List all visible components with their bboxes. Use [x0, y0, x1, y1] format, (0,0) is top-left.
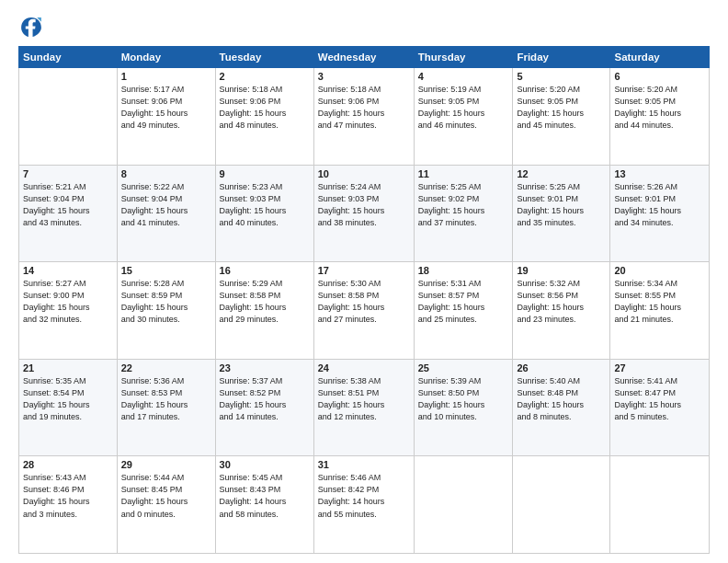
- day-cell: 25Sunrise: 5:39 AM Sunset: 8:50 PM Dayli…: [414, 359, 513, 456]
- day-cell: [513, 456, 610, 554]
- day-cell: 2Sunrise: 5:18 AM Sunset: 9:06 PM Daylig…: [215, 68, 313, 166]
- day-info: Sunrise: 5:23 AM Sunset: 9:03 PM Dayligh…: [220, 181, 310, 229]
- day-info: Sunrise: 5:18 AM Sunset: 9:06 PM Dayligh…: [220, 84, 310, 132]
- day-number: 26: [517, 362, 606, 373]
- calendar-page: SundayMondayTuesdayWednesdayThursdayFrid…: [0, 0, 728, 563]
- day-number: 7: [23, 168, 113, 179]
- header-row: SundayMondayTuesdayWednesdayThursdayFrid…: [19, 47, 710, 68]
- day-cell: 30Sunrise: 5:45 AM Sunset: 8:43 PM Dayli…: [215, 456, 313, 554]
- week-row-5: 28Sunrise: 5:43 AM Sunset: 8:46 PM Dayli…: [19, 456, 710, 554]
- day-number: 28: [23, 459, 113, 470]
- day-info: Sunrise: 5:25 AM Sunset: 9:02 PM Dayligh…: [418, 181, 509, 229]
- day-cell: 8Sunrise: 5:22 AM Sunset: 9:04 PM Daylig…: [117, 165, 215, 262]
- day-info: Sunrise: 5:34 AM Sunset: 8:55 PM Dayligh…: [614, 278, 705, 326]
- day-number: 31: [318, 459, 410, 470]
- day-info: Sunrise: 5:30 AM Sunset: 8:58 PM Dayligh…: [318, 278, 410, 326]
- calendar-table: SundayMondayTuesdayWednesdayThursdayFrid…: [18, 46, 710, 554]
- day-cell: 10Sunrise: 5:24 AM Sunset: 9:03 PM Dayli…: [313, 165, 414, 262]
- day-cell: [610, 456, 710, 554]
- day-cell: 11Sunrise: 5:25 AM Sunset: 9:02 PM Dayli…: [414, 165, 513, 262]
- day-number: 20: [614, 265, 705, 276]
- day-info: Sunrise: 5:19 AM Sunset: 9:05 PM Dayligh…: [418, 84, 509, 132]
- day-number: 24: [318, 362, 410, 373]
- day-number: 15: [121, 265, 211, 276]
- header-cell-saturday: Saturday: [610, 47, 710, 68]
- week-row-3: 14Sunrise: 5:27 AM Sunset: 9:00 PM Dayli…: [19, 262, 710, 360]
- day-number: 17: [318, 265, 410, 276]
- day-number: 3: [318, 71, 410, 82]
- day-number: 5: [517, 71, 606, 82]
- day-info: Sunrise: 5:31 AM Sunset: 8:57 PM Dayligh…: [418, 278, 509, 326]
- day-cell: [19, 68, 118, 166]
- day-info: Sunrise: 5:45 AM Sunset: 8:43 PM Dayligh…: [220, 472, 310, 520]
- day-info: Sunrise: 5:38 AM Sunset: 8:51 PM Dayligh…: [318, 375, 410, 423]
- day-cell: 9Sunrise: 5:23 AM Sunset: 9:03 PM Daylig…: [215, 165, 313, 262]
- day-cell: 22Sunrise: 5:36 AM Sunset: 8:53 PM Dayli…: [117, 359, 215, 456]
- day-cell: 31Sunrise: 5:46 AM Sunset: 8:42 PM Dayli…: [313, 456, 414, 554]
- day-cell: 3Sunrise: 5:18 AM Sunset: 9:06 PM Daylig…: [313, 68, 414, 166]
- day-cell: 14Sunrise: 5:27 AM Sunset: 9:00 PM Dayli…: [19, 262, 118, 360]
- day-info: Sunrise: 5:46 AM Sunset: 8:42 PM Dayligh…: [318, 472, 410, 520]
- day-number: 30: [220, 459, 310, 470]
- day-info: Sunrise: 5:41 AM Sunset: 8:47 PM Dayligh…: [614, 375, 705, 423]
- day-cell: 5Sunrise: 5:20 AM Sunset: 9:05 PM Daylig…: [513, 68, 610, 166]
- header-cell-thursday: Thursday: [414, 47, 513, 68]
- day-cell: 24Sunrise: 5:38 AM Sunset: 8:51 PM Dayli…: [313, 359, 414, 456]
- day-number: 12: [517, 168, 606, 179]
- day-cell: 12Sunrise: 5:25 AM Sunset: 9:01 PM Dayli…: [513, 165, 610, 262]
- day-cell: 4Sunrise: 5:19 AM Sunset: 9:05 PM Daylig…: [414, 68, 513, 166]
- day-number: 18: [418, 265, 509, 276]
- day-info: Sunrise: 5:18 AM Sunset: 9:06 PM Dayligh…: [318, 84, 410, 132]
- day-cell: 21Sunrise: 5:35 AM Sunset: 8:54 PM Dayli…: [19, 359, 118, 456]
- day-cell: 13Sunrise: 5:26 AM Sunset: 9:01 PM Dayli…: [610, 165, 710, 262]
- day-number: 14: [23, 265, 113, 276]
- day-number: 8: [121, 168, 211, 179]
- day-cell: 26Sunrise: 5:40 AM Sunset: 8:48 PM Dayli…: [513, 359, 610, 456]
- day-number: 13: [614, 168, 705, 179]
- day-cell: 6Sunrise: 5:20 AM Sunset: 9:05 PM Daylig…: [610, 68, 710, 166]
- day-cell: 1Sunrise: 5:17 AM Sunset: 9:06 PM Daylig…: [117, 68, 215, 166]
- day-number: 1: [121, 71, 211, 82]
- day-info: Sunrise: 5:29 AM Sunset: 8:58 PM Dayligh…: [220, 278, 310, 326]
- day-cell: 29Sunrise: 5:44 AM Sunset: 8:45 PM Dayli…: [117, 456, 215, 554]
- day-cell: [414, 456, 513, 554]
- header-cell-wednesday: Wednesday: [313, 47, 414, 68]
- day-info: Sunrise: 5:26 AM Sunset: 9:01 PM Dayligh…: [614, 181, 705, 229]
- week-row-2: 7Sunrise: 5:21 AM Sunset: 9:04 PM Daylig…: [19, 165, 710, 262]
- day-info: Sunrise: 5:32 AM Sunset: 8:56 PM Dayligh…: [517, 278, 606, 326]
- day-cell: 18Sunrise: 5:31 AM Sunset: 8:57 PM Dayli…: [414, 262, 513, 360]
- day-cell: 28Sunrise: 5:43 AM Sunset: 8:46 PM Dayli…: [19, 456, 118, 554]
- header-cell-friday: Friday: [513, 47, 610, 68]
- day-info: Sunrise: 5:40 AM Sunset: 8:48 PM Dayligh…: [517, 375, 606, 423]
- day-number: 16: [220, 265, 310, 276]
- day-info: Sunrise: 5:28 AM Sunset: 8:59 PM Dayligh…: [121, 278, 211, 326]
- header-cell-tuesday: Tuesday: [215, 47, 313, 68]
- day-cell: 17Sunrise: 5:30 AM Sunset: 8:58 PM Dayli…: [313, 262, 414, 360]
- day-cell: 15Sunrise: 5:28 AM Sunset: 8:59 PM Dayli…: [117, 262, 215, 360]
- header-cell-monday: Monday: [117, 47, 215, 68]
- day-info: Sunrise: 5:20 AM Sunset: 9:05 PM Dayligh…: [517, 84, 606, 132]
- header: [18, 15, 710, 40]
- logo-icon: [18, 15, 44, 40]
- day-info: Sunrise: 5:43 AM Sunset: 8:46 PM Dayligh…: [23, 472, 113, 520]
- week-row-4: 21Sunrise: 5:35 AM Sunset: 8:54 PM Dayli…: [19, 359, 710, 456]
- day-number: 27: [614, 362, 705, 373]
- day-cell: 7Sunrise: 5:21 AM Sunset: 9:04 PM Daylig…: [19, 165, 118, 262]
- day-info: Sunrise: 5:36 AM Sunset: 8:53 PM Dayligh…: [121, 375, 211, 423]
- day-number: 9: [220, 168, 310, 179]
- day-number: 29: [121, 459, 211, 470]
- day-number: 10: [318, 168, 410, 179]
- day-info: Sunrise: 5:24 AM Sunset: 9:03 PM Dayligh…: [318, 181, 410, 229]
- day-number: 6: [614, 71, 705, 82]
- day-number: 22: [121, 362, 211, 373]
- day-info: Sunrise: 5:39 AM Sunset: 8:50 PM Dayligh…: [418, 375, 509, 423]
- week-row-1: 1Sunrise: 5:17 AM Sunset: 9:06 PM Daylig…: [19, 68, 710, 166]
- day-cell: 19Sunrise: 5:32 AM Sunset: 8:56 PM Dayli…: [513, 262, 610, 360]
- day-cell: 23Sunrise: 5:37 AM Sunset: 8:52 PM Dayli…: [215, 359, 313, 456]
- header-cell-sunday: Sunday: [19, 47, 118, 68]
- day-number: 2: [220, 71, 310, 82]
- logo: [18, 15, 46, 40]
- day-cell: 20Sunrise: 5:34 AM Sunset: 8:55 PM Dayli…: [610, 262, 710, 360]
- day-info: Sunrise: 5:27 AM Sunset: 9:00 PM Dayligh…: [23, 278, 113, 326]
- day-info: Sunrise: 5:25 AM Sunset: 9:01 PM Dayligh…: [517, 181, 606, 229]
